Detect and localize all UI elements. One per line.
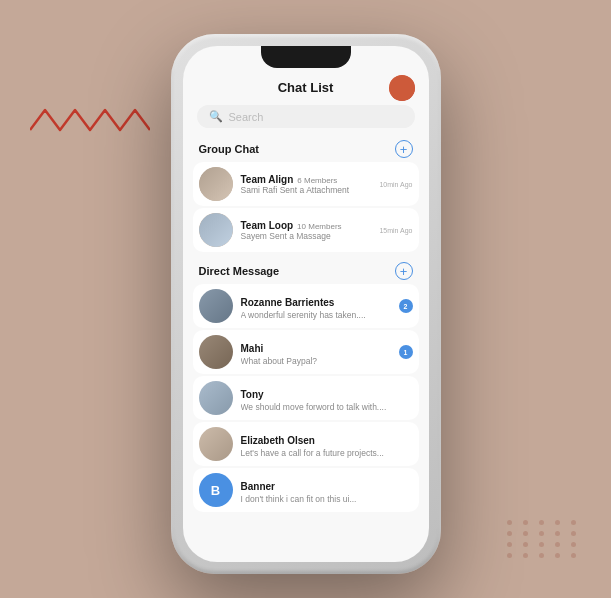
dot-decoration — [555, 520, 560, 525]
chat-name: Mahi — [241, 343, 264, 354]
group-chat-section-header: Group Chat + — [183, 136, 429, 162]
chat-preview: I don't think i can fit on this ui... — [241, 494, 405, 504]
direct-message-list: Rozanne Barrientes A wonderful serenity … — [183, 284, 429, 512]
chat-name: Tony — [241, 389, 264, 400]
dot-decoration — [571, 520, 576, 525]
list-item[interactable]: B Banner I don't think i can fit on this… — [193, 468, 419, 512]
dot-decoration — [539, 520, 544, 525]
search-icon: 🔍 — [209, 110, 223, 123]
chat-meta: 15min Ago — [379, 227, 412, 234]
direct-message-section-header: Direct Message + — [183, 258, 429, 284]
phone-notch — [261, 46, 351, 68]
dot-decoration — [539, 531, 544, 536]
dot-decoration — [507, 553, 512, 558]
avatar — [199, 167, 233, 201]
dot-decoration — [571, 531, 576, 536]
chat-meta: 10min Ago — [379, 181, 412, 188]
list-item[interactable]: Tony We should move forword to talk with… — [193, 376, 419, 420]
chat-name: Team Loop — [241, 220, 294, 231]
dot-decoration — [507, 520, 512, 525]
screen-content: Chat List 🔍 Search Group Chat + — [183, 46, 429, 562]
dot-decoration — [555, 531, 560, 536]
chat-name: Rozanne Barrientes — [241, 297, 335, 308]
chat-info: Banner I don't think i can fit on this u… — [241, 476, 405, 504]
dot-decoration — [555, 553, 560, 558]
dot-decoration — [523, 531, 528, 536]
dot-decoration — [539, 553, 544, 558]
chat-preview: A wonderful serenity has taken.... — [241, 310, 391, 320]
group-chat-label: Group Chat — [199, 143, 260, 155]
chat-preview: Sayem Sent a Massage — [241, 231, 372, 241]
unread-badge: 2 — [399, 299, 413, 313]
dot-decoration — [571, 542, 576, 547]
list-item[interactable]: Mahi What about Paypal? 1 — [193, 330, 419, 374]
chat-info: Rozanne Barrientes A wonderful serenity … — [241, 292, 391, 320]
chat-info: Elizabeth Olsen Let's have a call for a … — [241, 430, 405, 458]
add-dm-button[interactable]: + — [395, 262, 413, 280]
chat-name: Elizabeth Olsen — [241, 435, 315, 446]
direct-message-label: Direct Message — [199, 265, 280, 277]
avatar — [199, 289, 233, 323]
dots-decoration: // Will be generated below — [507, 520, 581, 558]
dot-decoration — [523, 520, 528, 525]
dot-decoration — [507, 531, 512, 536]
chat-time: 10min Ago — [379, 181, 412, 188]
zigzag-decoration — [30, 100, 150, 140]
chat-info: Team Align 6 Members Sami Rafi Sent a At… — [241, 174, 372, 195]
chat-name: Banner — [241, 481, 275, 492]
chat-members: 6 Members — [297, 176, 337, 185]
chat-preview: What about Paypal? — [241, 356, 391, 366]
avatar — [199, 213, 233, 247]
list-item[interactable]: Elizabeth Olsen Let's have a call for a … — [193, 422, 419, 466]
chat-preview: Let's have a call for a future projects.… — [241, 448, 405, 458]
dot-decoration — [571, 553, 576, 558]
chat-info: Mahi What about Paypal? — [241, 338, 391, 366]
avatar — [199, 381, 233, 415]
unread-badge: 1 — [399, 345, 413, 359]
chat-info: Tony We should move forword to talk with… — [241, 384, 405, 412]
dot-decoration — [539, 542, 544, 547]
phone-mockup: Chat List 🔍 Search Group Chat + — [171, 34, 441, 574]
avatar — [199, 427, 233, 461]
avatar — [199, 335, 233, 369]
chat-meta: 1 — [399, 345, 413, 359]
add-group-button[interactable]: + — [395, 140, 413, 158]
screen-header: Chat List — [183, 74, 429, 99]
list-item[interactable]: Rozanne Barrientes A wonderful serenity … — [193, 284, 419, 328]
chat-name: Team Align — [241, 174, 294, 185]
dot-decoration — [555, 542, 560, 547]
page-title: Chat List — [278, 80, 334, 95]
chat-preview: Sami Rafi Sent a Attachment — [241, 185, 372, 195]
chat-members: 10 Members — [297, 222, 341, 231]
search-bar[interactable]: 🔍 Search — [197, 105, 415, 128]
phone-screen: Chat List 🔍 Search Group Chat + — [183, 46, 429, 562]
chat-meta: 2 — [399, 299, 413, 313]
user-avatar[interactable] — [389, 75, 415, 101]
chat-time: 15min Ago — [379, 227, 412, 234]
avatar: B — [199, 473, 233, 507]
chat-preview: We should move forword to talk with.... — [241, 402, 405, 412]
search-placeholder: Search — [229, 111, 264, 123]
chat-info: Team Loop 10 Members Sayem Sent a Massag… — [241, 220, 372, 241]
list-item[interactable]: Team Loop 10 Members Sayem Sent a Massag… — [193, 208, 419, 252]
dot-decoration — [523, 553, 528, 558]
dot-decoration — [523, 542, 528, 547]
dot-decoration — [507, 542, 512, 547]
list-item[interactable]: Team Align 6 Members Sami Rafi Sent a At… — [193, 162, 419, 206]
group-chat-list: Team Align 6 Members Sami Rafi Sent a At… — [183, 162, 429, 252]
